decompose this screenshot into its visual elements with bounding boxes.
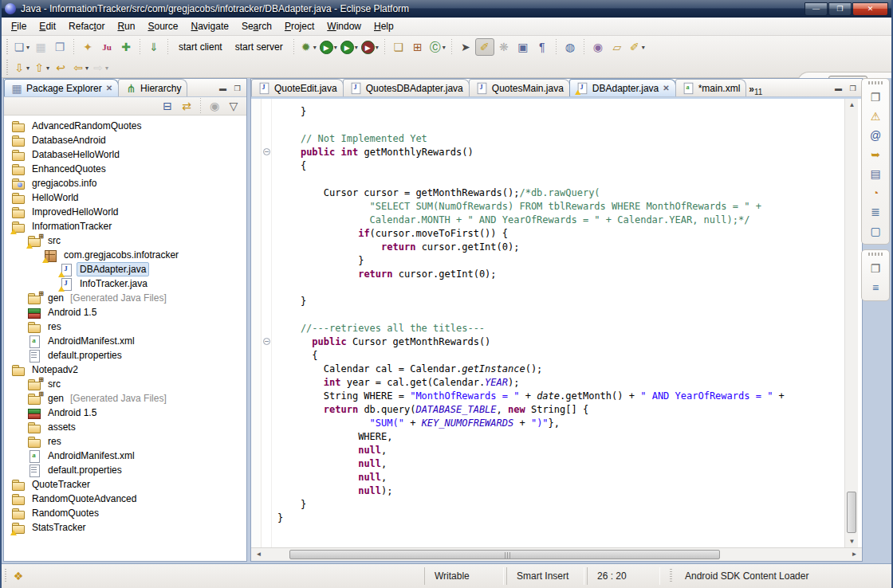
- open-folder-button[interactable]: ▱: [608, 38, 627, 56]
- menu-run[interactable]: Run: [111, 18, 141, 34]
- dropdown-arrow-icon[interactable]: ▾: [313, 44, 317, 51]
- external-tools-button[interactable]: ▶▾: [360, 38, 380, 56]
- tree-item[interactable]: Android 1.5: [4, 305, 246, 319]
- start-client-button[interactable]: start client: [172, 41, 229, 53]
- next-annotation-nav-button[interactable]: ⇩▾: [11, 59, 31, 76]
- next-annotation-button[interactable]: ❋: [494, 38, 513, 56]
- run-button[interactable]: ▶▾: [318, 38, 339, 56]
- tree-item[interactable]: Notepadv2: [4, 363, 246, 377]
- console-view-button[interactable]: ◔: [865, 183, 886, 202]
- editor-tab-overflow[interactable]: »11: [745, 84, 765, 96]
- start-server-button[interactable]: start server: [229, 41, 289, 53]
- scroll-up-arrow[interactable]: ▲: [846, 99, 858, 111]
- collapse-fold-icon[interactable]: –: [263, 338, 270, 345]
- menu-edit[interactable]: Edit: [33, 18, 62, 34]
- search-button[interactable]: ✐▾: [627, 38, 647, 56]
- tree-item[interactable]: default.properties: [4, 348, 246, 363]
- editor-vertical-scrollbar[interactable]: ▲ ▼: [844, 99, 858, 547]
- declaration-view-button[interactable]: ➥: [865, 145, 886, 164]
- dropdown-arrow-icon[interactable]: ▾: [355, 44, 358, 51]
- tree-item[interactable]: InformationTracker: [4, 219, 246, 233]
- tree-item[interactable]: ⊞src: [4, 233, 246, 248]
- editor-horizontal-scrollbar[interactable]: ◄ ►: [251, 547, 862, 561]
- restore-view-button[interactable]: ❐: [865, 88, 886, 107]
- print-button[interactable]: ❐: [50, 38, 69, 56]
- horizontal-scroll-thumb[interactable]: [289, 550, 720, 559]
- tree-item[interactable]: ImprovedHelloWorld: [4, 205, 246, 219]
- new-java-package-button[interactable]: ⊞: [408, 38, 427, 56]
- new-android-project-button[interactable]: ✦: [78, 38, 97, 56]
- properties-view-button[interactable]: ▤: [865, 164, 886, 183]
- code-editor[interactable]: } // Not Implemented Yet public int getM…: [277, 105, 840, 547]
- back-button[interactable]: ⇦▾: [70, 59, 90, 76]
- editor-tab-quotesdbadapter.java[interactable]: JQuotesDBAdapter.java: [343, 79, 470, 96]
- logcat-view-button[interactable]: ▢: [865, 221, 886, 241]
- tree-item[interactable]: JInfoTracker.java: [4, 276, 246, 291]
- mark-occurrences-button[interactable]: ✐: [475, 38, 494, 56]
- tree-item[interactable]: RandomQuotes: [4, 506, 246, 520]
- collapse-fold-icon[interactable]: –: [263, 148, 270, 155]
- show-whitespace-button[interactable]: ¶: [533, 38, 552, 56]
- close-button[interactable]: ✕: [852, 2, 888, 16]
- menu-window[interactable]: Window: [321, 18, 368, 34]
- tree-item[interactable]: Android 1.5: [4, 406, 246, 420]
- filters-button[interactable]: ◉: [205, 97, 224, 115]
- new-java-project-button[interactable]: ❏: [389, 38, 408, 56]
- open-resource-button[interactable]: ◉: [588, 38, 608, 56]
- junit-button[interactable]: Ju: [97, 38, 116, 56]
- dropdown-arrow-icon[interactable]: ▾: [334, 44, 337, 51]
- minimize-editor-icon[interactable]: ▬: [832, 84, 844, 93]
- tree-item[interactable]: QuoteTracker: [4, 477, 246, 492]
- debug-button[interactable]: ✹▾: [298, 38, 318, 56]
- menu-project[interactable]: Project: [278, 18, 321, 34]
- editor-tab-quoteedit.java[interactable]: JQuoteEdit.java: [251, 79, 344, 96]
- dropdown-arrow-icon[interactable]: ▾: [46, 65, 49, 72]
- maximize-button[interactable]: ❐: [828, 2, 852, 16]
- scroll-down-arrow[interactable]: ▼: [846, 535, 858, 547]
- view-menu-button[interactable]: ▽: [224, 97, 243, 115]
- dropdown-arrow-icon[interactable]: ▾: [26, 65, 30, 72]
- tree-item[interactable]: res: [4, 434, 246, 449]
- new-android-xml-button[interactable]: ✚: [116, 38, 136, 56]
- link-with-editor-button[interactable]: ⇄: [177, 97, 196, 115]
- tree-item[interactable]: ⊞gen[Generated Java Files]: [4, 391, 246, 406]
- open-type-button[interactable]: ▣: [513, 38, 533, 56]
- outline-view-button[interactable]: ≡: [865, 278, 886, 297]
- annotation-ruler[interactable]: [251, 99, 262, 547]
- scroll-left-arrow[interactable]: ◄: [253, 548, 265, 560]
- last-edit-location-button[interactable]: ↩: [51, 59, 70, 76]
- minimize-button[interactable]: —: [804, 2, 828, 16]
- dropdown-arrow-icon[interactable]: ▾: [376, 44, 379, 51]
- restore-view-button[interactable]: ❐: [865, 259, 886, 278]
- dropdown-arrow-icon[interactable]: ▾: [443, 44, 446, 51]
- tree-item[interactable]: com.gregjacobs.infotracker: [4, 248, 246, 262]
- dropdown-arrow-icon[interactable]: ▾: [105, 65, 108, 72]
- tree-item[interactable]: DatabaseAndroid: [4, 133, 246, 147]
- tree-item[interactable]: RandomQuoteAdvanced: [4, 492, 246, 506]
- open-console-button[interactable]: ◍: [561, 38, 580, 56]
- javadoc-view-button[interactable]: @: [865, 126, 886, 145]
- tree-item[interactable]: AdvancedRandomQuotes: [4, 119, 246, 133]
- tree-item[interactable]: default.properties: [4, 463, 246, 477]
- dropdown-arrow-icon[interactable]: ▾: [26, 44, 30, 51]
- dropdown-arrow-icon[interactable]: ▾: [642, 44, 645, 51]
- open-declaration-button[interactable]: ➤: [456, 38, 475, 56]
- previous-annotation-nav-button[interactable]: ⇧▾: [31, 59, 51, 76]
- tree-item[interactable]: JDBAdapter.java: [4, 262, 246, 276]
- vertical-scroll-thumb[interactable]: [847, 492, 856, 533]
- folding-ruler[interactable]: ––: [262, 99, 272, 547]
- tree-item[interactable]: gregjacobs.info: [4, 176, 246, 190]
- tree-item[interactable]: HelloWorld: [4, 190, 246, 205]
- new-java-class-button[interactable]: Ⓒ▾: [427, 38, 447, 56]
- editor-tab-quotesmain.java[interactable]: JQuotesMain.java: [469, 79, 570, 96]
- editor-tab-main.xml[interactable]: a*main.xml: [675, 79, 747, 96]
- menu-refactor[interactable]: Refactor: [62, 18, 111, 34]
- minimize-view-icon[interactable]: ▬: [217, 84, 229, 93]
- view-tab-package-explorer[interactable]: ▦Package Explorer✕: [4, 79, 119, 96]
- menu-file[interactable]: File: [5, 18, 33, 34]
- editor-tab-dbadapter.java[interactable]: JDBAdapter.java✕: [569, 79, 676, 96]
- tree-item[interactable]: DatabaseHelloWorld: [4, 147, 246, 162]
- menu-help[interactable]: Help: [368, 18, 400, 34]
- view-tab-hierarchy[interactable]: ⋔Hierarchy: [118, 79, 187, 96]
- dropdown-arrow-icon[interactable]: ▾: [85, 65, 89, 72]
